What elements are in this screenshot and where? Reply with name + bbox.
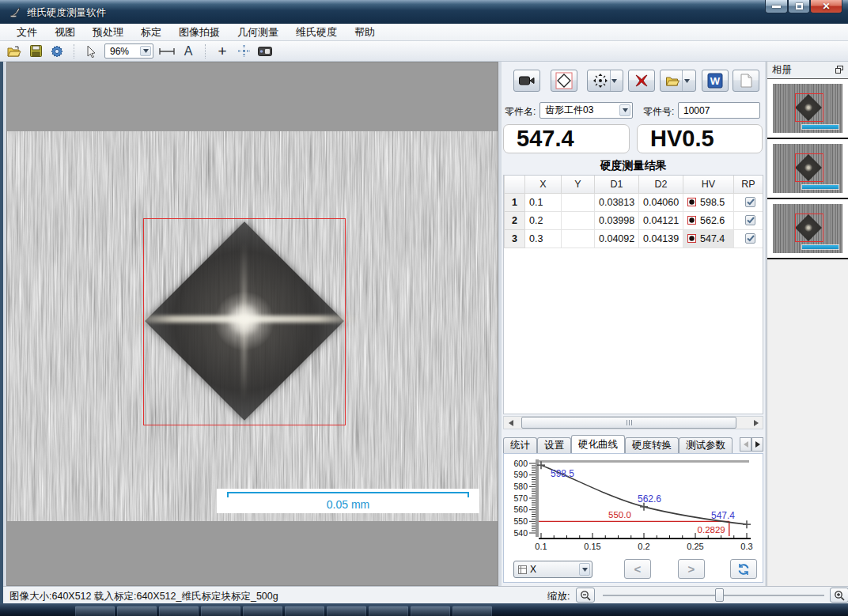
column-header-row-number[interactable] <box>505 176 525 193</box>
cursor-tool-button[interactable] <box>83 43 99 59</box>
rp-checkbox[interactable] <box>745 215 755 225</box>
taskbar-app-button[interactable] <box>285 606 324 616</box>
menu-item-view[interactable]: 视图 <box>46 24 84 41</box>
next-point-button[interactable]: > <box>678 559 705 579</box>
taskbar-app-button[interactable] <box>327 606 366 616</box>
cell-x: 0.2 <box>525 211 562 229</box>
zoom-level-select[interactable]: 96% <box>104 43 153 59</box>
table-horizontal-scrollbar[interactable] <box>503 416 763 429</box>
chart-label: 540 <box>513 528 528 538</box>
album-thumbnail-list <box>767 78 848 259</box>
cell-y <box>562 193 595 211</box>
tab-hardness-conversion[interactable]: 硬度转换 <box>625 437 679 453</box>
taskbar-app-button[interactable] <box>411 606 450 616</box>
windows-taskbar[interactable] <box>0 603 848 616</box>
previous-point-button[interactable]: < <box>624 559 651 579</box>
settings-gear-button[interactable] <box>49 43 65 59</box>
new-document-button[interactable] <box>733 70 759 92</box>
zoom-in-button[interactable] <box>830 588 848 603</box>
chart-label: 560 <box>513 505 528 514</box>
table-row[interactable]: 30.30.040920.04139547.4 <box>505 229 763 248</box>
tab-hardening-curve[interactable]: 硬化曲线 <box>571 435 625 453</box>
chevron-down-icon <box>619 104 630 116</box>
tab-scroll-left-button[interactable] <box>740 437 751 452</box>
measure-indentation-button[interactable] <box>551 70 577 92</box>
hardening-curve-chart: 5405505605705805906000.10.150.20.250.355… <box>503 453 763 583</box>
taskbar-app-button[interactable] <box>243 606 282 616</box>
viewer-zoom-label: 缩放: <box>547 590 570 603</box>
column-header-D1[interactable]: D1 <box>595 176 639 193</box>
menu-item-preprocess[interactable]: 预处理 <box>84 24 132 41</box>
tab-settings[interactable]: 设置 <box>537 437 571 453</box>
scroll-left-icon[interactable] <box>504 417 517 429</box>
rp-checkbox[interactable] <box>745 197 755 207</box>
taskbar-app-button[interactable] <box>75 606 115 616</box>
column-header-X[interactable]: X <box>525 176 562 193</box>
results-table[interactable]: XYD1D2HVRP10.10.038130.04060598.520.20.0… <box>503 175 763 414</box>
chart-label: 0.2829 <box>698 525 725 535</box>
delete-result-button[interactable] <box>628 70 655 92</box>
menu-item-help[interactable]: 帮助 <box>346 24 384 41</box>
album-thumbnail[interactable] <box>767 139 848 199</box>
thumbnail-image <box>773 204 842 253</box>
chevron-down-icon <box>140 46 151 56</box>
export-word-button[interactable]: W <box>702 70 729 92</box>
column-header-D2[interactable]: D2 <box>639 176 683 193</box>
album-thumbnail[interactable] <box>767 199 848 259</box>
scale-bar-line <box>227 492 469 497</box>
center-move-button[interactable] <box>236 43 252 59</box>
part-name-select[interactable]: 齿形工件03 <box>539 102 633 119</box>
image-viewer[interactable]: 0.05 mm <box>6 62 498 586</box>
maximize-button[interactable] <box>788 0 810 13</box>
chevron-down-icon[interactable] <box>682 70 691 91</box>
text-annotation-button[interactable]: A <box>180 43 196 59</box>
menu-item-geometric-measure[interactable]: 几何测量 <box>229 24 287 41</box>
tab-test-parameters[interactable]: 测试参数 <box>679 437 733 453</box>
refresh-chart-button[interactable] <box>730 559 757 579</box>
viewer-zoom-slider-handle[interactable] <box>715 588 724 602</box>
part-number-input[interactable]: 10007 <box>678 102 760 119</box>
column-header-HV[interactable]: HV <box>683 176 734 193</box>
live-video-button[interactable] <box>513 70 540 92</box>
rp-checkbox[interactable] <box>745 233 755 244</box>
save-button[interactable] <box>28 43 44 59</box>
menu-item-file[interactable]: 文件 <box>8 24 46 41</box>
open-result-button[interactable] <box>660 70 696 92</box>
taskbar-app-button[interactable] <box>452 606 492 616</box>
column-header-RP[interactable]: RP <box>734 176 763 193</box>
scroll-right-icon[interactable] <box>749 417 763 429</box>
auto-position-button[interactable] <box>587 70 623 92</box>
scrollbar-thumb[interactable] <box>521 417 736 429</box>
taskbar-app-button[interactable] <box>117 606 157 616</box>
zoom-out-button[interactable] <box>576 588 595 603</box>
taskbar-app-button[interactable] <box>159 606 199 616</box>
window-title: 维氏硬度测量软件 <box>27 6 106 20</box>
menu-item-vickers-hardness[interactable]: 维氏硬度 <box>287 24 346 41</box>
column-header-Y[interactable]: Y <box>562 176 595 193</box>
measurement-roi-rectangle[interactable] <box>143 218 346 425</box>
taskbar-app-button[interactable] <box>369 606 408 616</box>
menu-item-image-capture[interactable]: 图像拍摄 <box>170 24 229 41</box>
crosshair-tool-button[interactable]: + <box>214 43 230 59</box>
hardness-scale-display: HV0.5 <box>637 124 763 153</box>
toolbar-separator <box>74 44 74 59</box>
viewer-zoom-slider-track[interactable] <box>603 595 824 596</box>
table-row[interactable]: 10.10.038130.04060598.5 <box>505 193 763 211</box>
tab-scroll-right-button[interactable] <box>751 437 763 452</box>
undock-icon[interactable] <box>835 65 843 76</box>
chart-label: 600 <box>513 459 528 468</box>
chevron-down-icon[interactable] <box>610 70 619 91</box>
menu-item-calibration[interactable]: 标定 <box>132 24 170 41</box>
close-button[interactable]: ✕ <box>810 0 842 13</box>
taskbar-app-button[interactable] <box>201 606 240 616</box>
table-row[interactable]: 20.20.039980.04121562.6 <box>505 211 763 229</box>
open-file-button[interactable] <box>6 43 22 59</box>
camera-capture-button[interactable] <box>257 43 273 59</box>
scale-bar: 0.05 mm <box>217 489 479 513</box>
tab-statistics[interactable]: 统计 <box>503 437 537 453</box>
ruler-measure-button[interactable] <box>159 43 175 59</box>
album-thumbnail[interactable] <box>767 79 848 139</box>
minimize-button[interactable] <box>765 0 788 13</box>
chart-axis-select[interactable]: X <box>513 561 592 578</box>
chart-label: 590 <box>513 470 528 479</box>
